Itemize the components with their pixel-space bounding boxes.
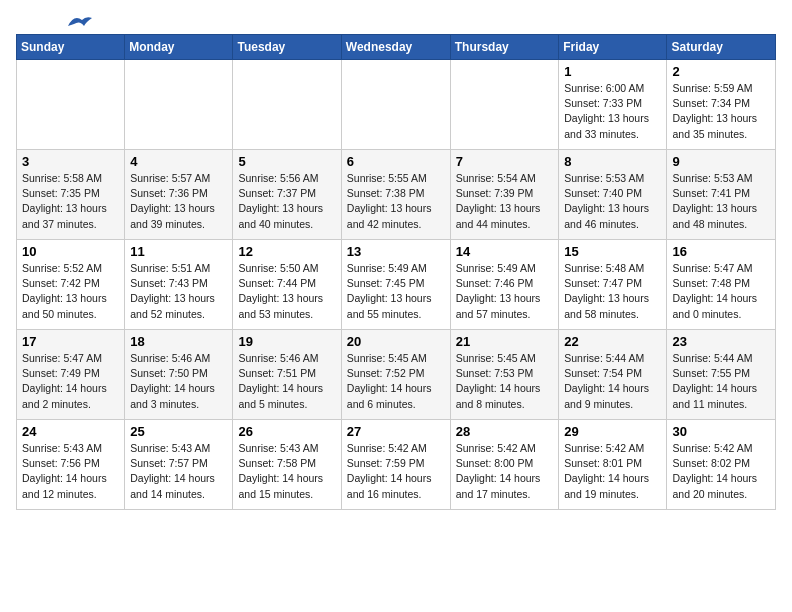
calendar-cell: 13Sunrise: 5:49 AM Sunset: 7:45 PM Dayli… bbox=[341, 240, 450, 330]
day-number: 18 bbox=[130, 334, 227, 349]
day-number: 11 bbox=[130, 244, 227, 259]
calendar-cell: 23Sunrise: 5:44 AM Sunset: 7:55 PM Dayli… bbox=[667, 330, 776, 420]
day-info: Sunrise: 6:00 AM Sunset: 7:33 PM Dayligh… bbox=[564, 81, 661, 142]
day-info: Sunrise: 5:45 AM Sunset: 7:53 PM Dayligh… bbox=[456, 351, 554, 412]
calendar-cell: 28Sunrise: 5:42 AM Sunset: 8:00 PM Dayli… bbox=[450, 420, 559, 510]
day-info: Sunrise: 5:44 AM Sunset: 7:55 PM Dayligh… bbox=[672, 351, 770, 412]
day-number: 6 bbox=[347, 154, 445, 169]
day-number: 9 bbox=[672, 154, 770, 169]
day-number: 4 bbox=[130, 154, 227, 169]
day-number: 12 bbox=[238, 244, 335, 259]
day-number: 25 bbox=[130, 424, 227, 439]
day-number: 15 bbox=[564, 244, 661, 259]
weekday-header-sunday: Sunday bbox=[17, 35, 125, 60]
day-info: Sunrise: 5:49 AM Sunset: 7:45 PM Dayligh… bbox=[347, 261, 445, 322]
day-info: Sunrise: 5:50 AM Sunset: 7:44 PM Dayligh… bbox=[238, 261, 335, 322]
day-info: Sunrise: 5:53 AM Sunset: 7:40 PM Dayligh… bbox=[564, 171, 661, 232]
calendar-cell bbox=[125, 60, 233, 150]
calendar-cell bbox=[341, 60, 450, 150]
logo bbox=[16, 16, 94, 28]
day-info: Sunrise: 5:49 AM Sunset: 7:46 PM Dayligh… bbox=[456, 261, 554, 322]
calendar-week-row: 17Sunrise: 5:47 AM Sunset: 7:49 PM Dayli… bbox=[17, 330, 776, 420]
day-info: Sunrise: 5:47 AM Sunset: 7:48 PM Dayligh… bbox=[672, 261, 770, 322]
day-number: 22 bbox=[564, 334, 661, 349]
day-number: 27 bbox=[347, 424, 445, 439]
calendar-cell bbox=[233, 60, 341, 150]
day-info: Sunrise: 5:43 AM Sunset: 7:57 PM Dayligh… bbox=[130, 441, 227, 502]
day-number: 20 bbox=[347, 334, 445, 349]
day-info: Sunrise: 5:51 AM Sunset: 7:43 PM Dayligh… bbox=[130, 261, 227, 322]
day-info: Sunrise: 5:59 AM Sunset: 7:34 PM Dayligh… bbox=[672, 81, 770, 142]
weekday-header-friday: Friday bbox=[559, 35, 667, 60]
day-info: Sunrise: 5:47 AM Sunset: 7:49 PM Dayligh… bbox=[22, 351, 119, 412]
day-number: 28 bbox=[456, 424, 554, 439]
day-info: Sunrise: 5:53 AM Sunset: 7:41 PM Dayligh… bbox=[672, 171, 770, 232]
calendar-cell: 6Sunrise: 5:55 AM Sunset: 7:38 PM Daylig… bbox=[341, 150, 450, 240]
calendar-week-row: 24Sunrise: 5:43 AM Sunset: 7:56 PM Dayli… bbox=[17, 420, 776, 510]
day-number: 7 bbox=[456, 154, 554, 169]
day-number: 3 bbox=[22, 154, 119, 169]
calendar-cell bbox=[17, 60, 125, 150]
calendar-cell: 14Sunrise: 5:49 AM Sunset: 7:46 PM Dayli… bbox=[450, 240, 559, 330]
day-info: Sunrise: 5:42 AM Sunset: 8:02 PM Dayligh… bbox=[672, 441, 770, 502]
calendar-cell: 20Sunrise: 5:45 AM Sunset: 7:52 PM Dayli… bbox=[341, 330, 450, 420]
day-info: Sunrise: 5:54 AM Sunset: 7:39 PM Dayligh… bbox=[456, 171, 554, 232]
day-info: Sunrise: 5:57 AM Sunset: 7:36 PM Dayligh… bbox=[130, 171, 227, 232]
calendar-cell: 21Sunrise: 5:45 AM Sunset: 7:53 PM Dayli… bbox=[450, 330, 559, 420]
day-number: 26 bbox=[238, 424, 335, 439]
calendar-cell: 1Sunrise: 6:00 AM Sunset: 7:33 PM Daylig… bbox=[559, 60, 667, 150]
calendar-body: 1Sunrise: 6:00 AM Sunset: 7:33 PM Daylig… bbox=[17, 60, 776, 510]
calendar-week-row: 3Sunrise: 5:58 AM Sunset: 7:35 PM Daylig… bbox=[17, 150, 776, 240]
weekday-header-thursday: Thursday bbox=[450, 35, 559, 60]
calendar-cell: 5Sunrise: 5:56 AM Sunset: 7:37 PM Daylig… bbox=[233, 150, 341, 240]
weekday-header-saturday: Saturday bbox=[667, 35, 776, 60]
day-info: Sunrise: 5:42 AM Sunset: 8:00 PM Dayligh… bbox=[456, 441, 554, 502]
day-number: 19 bbox=[238, 334, 335, 349]
day-info: Sunrise: 5:45 AM Sunset: 7:52 PM Dayligh… bbox=[347, 351, 445, 412]
day-info: Sunrise: 5:46 AM Sunset: 7:50 PM Dayligh… bbox=[130, 351, 227, 412]
day-number: 30 bbox=[672, 424, 770, 439]
day-info: Sunrise: 5:46 AM Sunset: 7:51 PM Dayligh… bbox=[238, 351, 335, 412]
day-info: Sunrise: 5:58 AM Sunset: 7:35 PM Dayligh… bbox=[22, 171, 119, 232]
weekday-header-tuesday: Tuesday bbox=[233, 35, 341, 60]
day-info: Sunrise: 5:44 AM Sunset: 7:54 PM Dayligh… bbox=[564, 351, 661, 412]
day-number: 2 bbox=[672, 64, 770, 79]
header bbox=[16, 16, 776, 28]
weekday-header-monday: Monday bbox=[125, 35, 233, 60]
calendar-cell: 16Sunrise: 5:47 AM Sunset: 7:48 PM Dayli… bbox=[667, 240, 776, 330]
calendar-header-row: SundayMondayTuesdayWednesdayThursdayFrid… bbox=[17, 35, 776, 60]
calendar-cell: 3Sunrise: 5:58 AM Sunset: 7:35 PM Daylig… bbox=[17, 150, 125, 240]
day-number: 1 bbox=[564, 64, 661, 79]
day-number: 16 bbox=[672, 244, 770, 259]
calendar-cell: 9Sunrise: 5:53 AM Sunset: 7:41 PM Daylig… bbox=[667, 150, 776, 240]
calendar-cell: 4Sunrise: 5:57 AM Sunset: 7:36 PM Daylig… bbox=[125, 150, 233, 240]
calendar-week-row: 1Sunrise: 6:00 AM Sunset: 7:33 PM Daylig… bbox=[17, 60, 776, 150]
day-number: 5 bbox=[238, 154, 335, 169]
day-info: Sunrise: 5:43 AM Sunset: 7:56 PM Dayligh… bbox=[22, 441, 119, 502]
calendar-cell: 25Sunrise: 5:43 AM Sunset: 7:57 PM Dayli… bbox=[125, 420, 233, 510]
calendar-cell: 10Sunrise: 5:52 AM Sunset: 7:42 PM Dayli… bbox=[17, 240, 125, 330]
calendar-cell: 7Sunrise: 5:54 AM Sunset: 7:39 PM Daylig… bbox=[450, 150, 559, 240]
day-number: 8 bbox=[564, 154, 661, 169]
day-number: 17 bbox=[22, 334, 119, 349]
calendar-cell: 24Sunrise: 5:43 AM Sunset: 7:56 PM Dayli… bbox=[17, 420, 125, 510]
day-info: Sunrise: 5:48 AM Sunset: 7:47 PM Dayligh… bbox=[564, 261, 661, 322]
day-info: Sunrise: 5:42 AM Sunset: 7:59 PM Dayligh… bbox=[347, 441, 445, 502]
calendar-cell: 15Sunrise: 5:48 AM Sunset: 7:47 PM Dayli… bbox=[559, 240, 667, 330]
day-number: 24 bbox=[22, 424, 119, 439]
calendar-cell: 27Sunrise: 5:42 AM Sunset: 7:59 PM Dayli… bbox=[341, 420, 450, 510]
day-number: 10 bbox=[22, 244, 119, 259]
calendar-cell bbox=[450, 60, 559, 150]
calendar-cell: 12Sunrise: 5:50 AM Sunset: 7:44 PM Dayli… bbox=[233, 240, 341, 330]
logo-bird-icon bbox=[66, 12, 94, 30]
day-number: 13 bbox=[347, 244, 445, 259]
calendar-table: SundayMondayTuesdayWednesdayThursdayFrid… bbox=[16, 34, 776, 510]
day-info: Sunrise: 5:42 AM Sunset: 8:01 PM Dayligh… bbox=[564, 441, 661, 502]
day-number: 29 bbox=[564, 424, 661, 439]
calendar-cell: 22Sunrise: 5:44 AM Sunset: 7:54 PM Dayli… bbox=[559, 330, 667, 420]
day-info: Sunrise: 5:43 AM Sunset: 7:58 PM Dayligh… bbox=[238, 441, 335, 502]
day-info: Sunrise: 5:55 AM Sunset: 7:38 PM Dayligh… bbox=[347, 171, 445, 232]
calendar-cell: 19Sunrise: 5:46 AM Sunset: 7:51 PM Dayli… bbox=[233, 330, 341, 420]
calendar-cell: 17Sunrise: 5:47 AM Sunset: 7:49 PM Dayli… bbox=[17, 330, 125, 420]
day-number: 14 bbox=[456, 244, 554, 259]
